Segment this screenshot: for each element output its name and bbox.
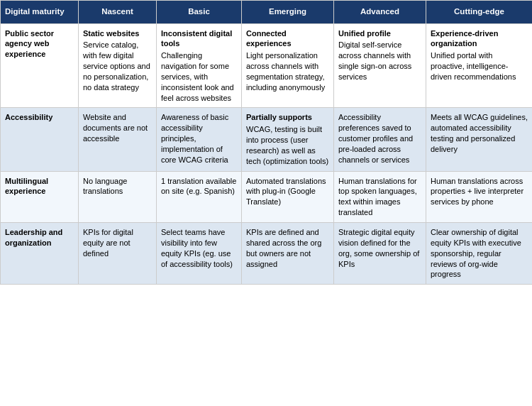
category-cell: Multilingual experience bbox=[1, 171, 79, 222]
cell-title: Experience-driven organization bbox=[431, 28, 528, 50]
cell-title: Unified profile bbox=[338, 28, 421, 39]
emerging-cell: Automated translations with plug-in (Goo… bbox=[242, 171, 334, 222]
basic-cell: 1 translation available on site (e.g. Sp… bbox=[157, 171, 242, 222]
header-nascent: Nascent bbox=[79, 1, 157, 24]
table-row: Public sector agency web experienceStati… bbox=[1, 23, 533, 108]
table-row: Multilingual experienceNo language trans… bbox=[1, 171, 533, 222]
cutting-cell: Experience-driven organizationUnified po… bbox=[426, 23, 533, 108]
basic-cell: Awareness of basic accessibility princip… bbox=[157, 108, 242, 171]
emerging-cell: Connected experiencesLight personalizati… bbox=[242, 23, 334, 108]
nascent-cell: KPIs for digital equity are not defined bbox=[79, 223, 157, 285]
header-basic: Basic bbox=[157, 1, 242, 24]
cutting-cell: Human translations across properties + l… bbox=[426, 171, 533, 222]
advanced-cell: Accessibility preferences saved to custo… bbox=[334, 108, 426, 171]
cell-title: Inconsistent digital tools bbox=[161, 28, 237, 50]
header-cutting-edge: Cutting-edge bbox=[426, 1, 533, 24]
nascent-cell: No language translations bbox=[79, 171, 157, 222]
emerging-cell: Partially supportsWCAG, testing is built… bbox=[242, 108, 334, 171]
cutting-cell: Clear ownership of digital equity KPIs w… bbox=[426, 223, 533, 285]
category-cell: Public sector agency web experience bbox=[1, 23, 79, 108]
advanced-cell: Strategic digital equity vision defined … bbox=[334, 223, 426, 285]
basic-cell: Inconsistent digital toolsChallenging na… bbox=[157, 23, 242, 108]
header-advanced: Advanced bbox=[334, 1, 426, 24]
advanced-cell: Unified profileDigital self-service acro… bbox=[334, 23, 426, 108]
cell-title: Partially supports bbox=[246, 112, 329, 123]
table-row: AccessibilityWebsite and documents are n… bbox=[1, 108, 533, 171]
category-cell: Accessibility bbox=[1, 108, 79, 171]
advanced-cell: Human translations for top spoken langua… bbox=[334, 171, 426, 222]
cutting-cell: Meets all WCAG guidelines, automated acc… bbox=[426, 108, 533, 171]
header-digital-maturity: Digital maturity bbox=[1, 1, 79, 24]
basic-cell: Select teams have visibility into few eq… bbox=[157, 223, 242, 285]
nascent-cell: Static websitesService catalog, with few… bbox=[79, 23, 157, 108]
cell-title: Connected experiences bbox=[246, 28, 329, 50]
header-emerging: Emerging bbox=[242, 1, 334, 24]
nascent-cell: Website and documents are not accessible bbox=[79, 108, 157, 171]
category-cell: Leadership and organization bbox=[1, 223, 79, 285]
emerging-cell: KPIs are defined and shared across the o… bbox=[242, 223, 334, 285]
table-row: Leadership and organizationKPIs for digi… bbox=[1, 223, 533, 285]
cell-title: Static websites bbox=[83, 28, 152, 39]
